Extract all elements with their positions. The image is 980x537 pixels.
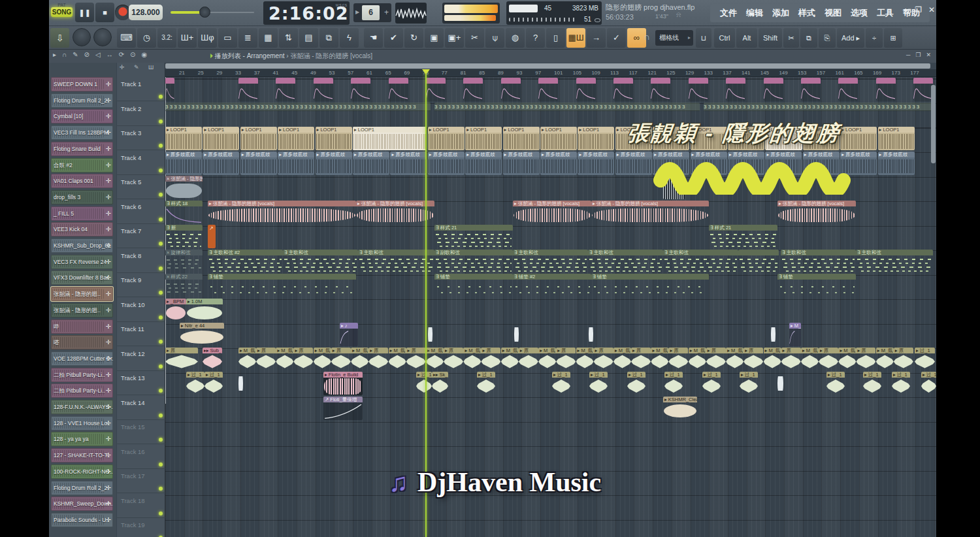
playlist-clip[interactable]: ∃ 样式 18 [165, 201, 203, 224]
track-header[interactable]: Track 3 [117, 126, 165, 150]
playlist-clip[interactable]: ∃ 主歌和弦 [856, 250, 933, 273]
playlist-clip[interactable] [514, 323, 519, 346]
scissors-icon[interactable]: ✂ [783, 28, 799, 48]
playlist-clip[interactable]: ▸ 原 [293, 348, 313, 371]
track-header[interactable]: Track 12 [117, 347, 165, 371]
drag-handle-icon[interactable]: ✛ [106, 383, 111, 398]
picker-item[interactable]: 嗒✛ [51, 335, 113, 350]
playlist-clip[interactable]: ▸ 原 [406, 348, 426, 371]
playlist-clip[interactable]: ▸ 原多鼓底鼓 [165, 152, 202, 175]
playlist-clip[interactable]: ▸ 原 [706, 348, 726, 371]
playlist-tool-icon[interactable]: ⊘ [84, 51, 90, 58]
playlist-clip[interactable] [771, 323, 776, 346]
playlist-clip[interactable]: ▸ M_氛 [276, 348, 293, 371]
track-header[interactable]: Track 7 [117, 224, 165, 248]
playlist-clip[interactable]: ∃ 新 [165, 225, 203, 248]
drag-handle-icon[interactable]: ✛ [106, 158, 111, 172]
playlist-clip[interactable]: ▸ 原 [256, 348, 276, 371]
picker-item[interactable]: VOE 128BPM Cutter Dr..✛ [51, 351, 113, 366]
track-enable-led[interactable] [159, 242, 163, 246]
track-header[interactable]: Track 16 [117, 445, 165, 469]
playlist-tool-icon[interactable]: ◉ [141, 51, 147, 58]
playlist-clip[interactable]: ▸ M_氛 [389, 348, 406, 371]
playlist-tool-icon[interactable]: ↔ [106, 51, 113, 58]
countdown-icon[interactable]: 3.2: [157, 28, 176, 48]
picker-item[interactable]: SWEEP DOWN 1✛ [51, 77, 113, 91]
playlist-clip[interactable]: ∃ 样式 21 [434, 225, 513, 248]
drag-handle-icon[interactable]: ✛ [106, 125, 111, 140]
picker-item[interactable]: 二拍 Pitbull Party-Li..✛ [51, 368, 113, 382]
picker-item[interactable]: VEE3 Kick 04✛ [51, 222, 113, 236]
playlist-clip[interactable]: ∃ 主歌和弦 [781, 250, 856, 273]
playlist-close-button[interactable]: ✕ [926, 52, 931, 58]
pattern-selector[interactable]: ▶ 6 + [353, 3, 391, 22]
touch-icon[interactable]: ☚ [364, 28, 383, 48]
playlist-clip[interactable]: ▸ 原 [631, 348, 651, 371]
playlist-clip[interactable] [389, 78, 408, 101]
drag-handle-icon[interactable]: ✛ [106, 222, 111, 236]
undo-icon[interactable]: ↻ [404, 28, 423, 48]
playlist-clip[interactable]: ▸ 过_1 [204, 372, 223, 395]
playlist-clip[interactable]: ▸ 过_1 [416, 372, 432, 395]
playlist-clip[interactable]: ▸ M_氛 [613, 348, 631, 371]
cut-icon[interactable]: ✂ [465, 28, 484, 48]
playlist-clip[interactable]: ▸ 张韶涵 - 隐形的翅膀 [vocals] [777, 201, 856, 224]
menu-item[interactable]: 视图 [825, 7, 841, 19]
track-header[interactable]: Track 10 [117, 298, 165, 322]
picker-item[interactable]: _ FILL 5✛ [51, 206, 113, 221]
playlist-clip[interactable]: ▸ LOOP1 [316, 127, 352, 150]
playlist-clip[interactable] [764, 78, 783, 101]
track-enable-led[interactable] [159, 365, 163, 368]
playlist-clip[interactable]: ▸ 原多鼓底鼓 [278, 152, 314, 175]
track-header[interactable]: Track 15 [117, 420, 165, 444]
pitch-knob[interactable] [93, 28, 112, 46]
track-enable-led[interactable] [159, 120, 163, 123]
playlist-clip[interactable] [501, 78, 521, 101]
track-enable-led[interactable] [159, 463, 163, 466]
playlist-clip[interactable]: ▸ 原 [556, 348, 576, 371]
playlist-clip[interactable]: ▸ LOOP1 [878, 127, 915, 150]
playlist-clip[interactable]: ∃ 铺垫 #2 [513, 274, 591, 297]
playlist-clip[interactable]: ▸ 原 [894, 348, 913, 371]
window-controls[interactable]: ─❐✕ [903, 5, 935, 14]
playlist-clip[interactable]: ▸ 原多鼓底鼓 [540, 152, 577, 175]
timeline-ruler[interactable]: 2125293337414549535761656973778185899397… [165, 69, 936, 77]
playlist-clip[interactable]: ▸ M_氛 [426, 348, 444, 371]
playlist-clip[interactable]: ▸ M_氛 [314, 348, 331, 371]
picker-item[interactable]: KSHMR_Sub_Drop_01✛ [51, 238, 113, 253]
track-header[interactable]: Track 1 [117, 77, 165, 101]
track-header[interactable]: Track 14 [117, 396, 165, 420]
playlist-clip[interactable]: ▸ 原多鼓底鼓 [615, 152, 652, 175]
playlist-clip[interactable]: ▸ LOOP1 [578, 127, 614, 150]
playlist-clip[interactable]: 3333333333333333333333333333333333333333… [165, 103, 431, 126]
picker-item[interactable]: Cymbal [10]✛ [51, 109, 113, 123]
playlist-clip[interactable] [913, 78, 933, 101]
playlist-clip[interactable] [876, 78, 896, 101]
picker-item[interactable]: 哔✛ [51, 319, 113, 334]
playlist-clip[interactable]: ∃ 副歌和弦 [434, 250, 513, 273]
trash-icon[interactable]: ⊔ [696, 28, 711, 48]
alt-button[interactable]: Alt [736, 28, 757, 48]
picker-item[interactable]: 二拍 Pitbull Party-Li..✛ [51, 383, 113, 398]
playlist-clip[interactable]: ▸ 过_1 [892, 372, 910, 395]
playlist-clip[interactable] [238, 372, 243, 395]
playlist-clip[interactable]: ▸ M_氛 [801, 348, 819, 371]
playlist-clip[interactable] [777, 372, 783, 395]
picker-item[interactable]: Floting Drum Roll 2_2✛ [51, 93, 113, 108]
playlist-clip[interactable]: ∃ 主歌和弦 [358, 250, 434, 273]
track-header[interactable]: Track 4 [117, 151, 165, 175]
playlist-clip[interactable]: ▸▸ Sub_1 [203, 348, 222, 371]
playlist-clip[interactable]: ▸ LOOP1 [240, 127, 277, 150]
playlist-clip[interactable]: ▸ M_氛 [351, 348, 368, 371]
playlist-clip[interactable]: ▸ M_ [789, 323, 801, 346]
curve-icon[interactable]: ✓ [607, 28, 626, 48]
playlist-clip[interactable]: ▸ M_氛 [876, 348, 894, 371]
picker-item[interactable]: VA01 Claps 001✛ [51, 174, 113, 188]
playlist-clip[interactable] [613, 78, 633, 101]
picker-item[interactable]: 128 - ya ya ya✛ [51, 432, 113, 446]
track-enable-led[interactable] [159, 267, 163, 270]
playlist-clip[interactable]: ▸ 张韶涵 - 隐形的翅膀 [vocals] [513, 201, 591, 224]
comment-icon[interactable]: ◍ [506, 28, 525, 48]
playlist-clip[interactable]: ▸ KSHMR_Clean [663, 397, 697, 420]
playlist-clip[interactable] [314, 78, 333, 101]
